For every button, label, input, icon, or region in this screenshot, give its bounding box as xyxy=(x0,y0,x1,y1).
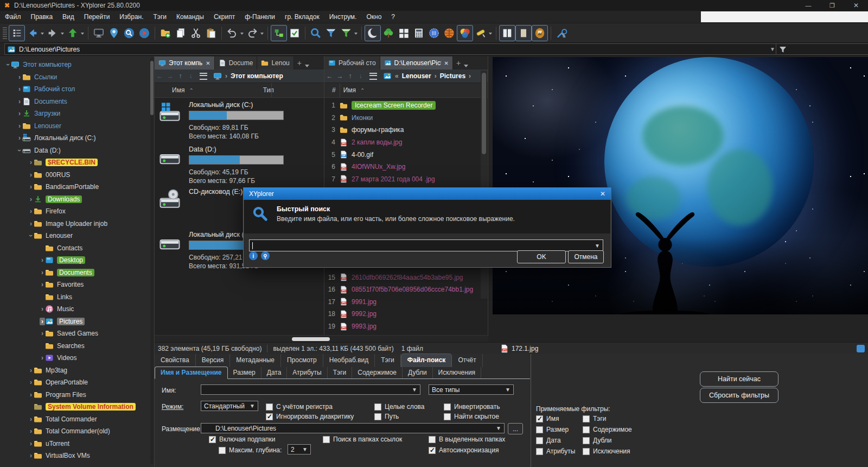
close-button[interactable]: ✕ xyxy=(844,0,868,11)
tree-item-Documents[interactable]: ›Documents xyxy=(0,267,154,279)
search-subtab-Тэги[interactable]: Тэги xyxy=(328,367,353,378)
menu-item-Инструм.[interactable]: Инструм. xyxy=(324,11,362,23)
tab-Lenou[interactable]: Lenou xyxy=(257,56,293,70)
menu-icon[interactable] xyxy=(369,73,377,80)
tree-item-Mp3tag[interactable]: ›Mp3tag xyxy=(0,364,154,377)
reset-filters-button[interactable]: Сбросить фильтры xyxy=(700,388,778,403)
close-tab-icon[interactable]: ✕ xyxy=(444,60,449,66)
file-row-27 марта 2021 года 004 .jpg[interactable]: 7JPG27 марта 2021 года 004 .jpg xyxy=(324,173,480,186)
menu-item-Тэги[interactable]: Тэги xyxy=(149,11,172,23)
dropdown-caret-icon[interactable] xyxy=(240,33,244,36)
close-tab-icon[interactable]: ✕ xyxy=(206,60,210,66)
filter-checkbox-Размер[interactable]: Размер xyxy=(536,426,569,433)
filter-checkbox-Содержимое[interactable]: Содержимое xyxy=(583,426,632,433)
expand-icon[interactable]: › xyxy=(28,415,34,423)
file-row-2 капли воды.jpg[interactable]: 4JPG2 капли воды.jpg xyxy=(324,136,480,149)
panel-tab-Свойства[interactable]: Свойства xyxy=(155,354,196,367)
mode-combo[interactable]: Стандартный▼ xyxy=(201,401,258,411)
dropdown-caret-icon[interactable] xyxy=(61,33,64,36)
toolbar-cut[interactable] xyxy=(188,26,203,41)
chevron-down-icon[interactable]: ▼ xyxy=(595,243,600,249)
checkbox-box[interactable] xyxy=(536,415,543,422)
expand-icon[interactable]: › xyxy=(40,269,45,276)
expand-icon[interactable]: › xyxy=(17,85,22,93)
file-row-9991.jpg[interactable]: 17JPG9991.jpg xyxy=(324,296,480,308)
checkbox-Включая подпапки[interactable]: Включая подпапки xyxy=(209,436,275,443)
toolbar-calculator[interactable] xyxy=(411,26,426,41)
chevron-down-icon[interactable]: ▼ xyxy=(770,46,775,52)
expand-icon[interactable]: › xyxy=(40,318,45,325)
menu-item-Правка[interactable]: Правка xyxy=(26,11,58,23)
file-row-4IOfWNUx_Xw.jpg[interactable]: 6JPG4IOfWNUx_Xw.jpg xyxy=(324,161,480,173)
up-icon[interactable]: ↑ xyxy=(345,72,355,80)
search-subtab-Размер[interactable]: Размер xyxy=(228,367,261,378)
toolbar-select-checkbox[interactable] xyxy=(287,26,302,41)
toolbar-filter-green[interactable] xyxy=(339,26,354,41)
file-row-4-00.gif[interactable]: 5GIF4-00.gif xyxy=(324,148,480,161)
filter-checkbox-Имя[interactable]: Имя xyxy=(536,415,559,422)
expand-icon[interactable]: › xyxy=(28,391,34,399)
tree-item-Favorites[interactable]: ›Favorites xyxy=(0,279,154,291)
menu-item-Перейти[interactable]: Перейти xyxy=(79,11,115,23)
tree-item-uTorrent[interactable]: ›uTorrent xyxy=(0,438,154,450)
toolbar-basketball[interactable] xyxy=(442,26,457,41)
toolbar-preview-pane[interactable] xyxy=(532,25,548,41)
tree-item-Локальный диск (C:)[interactable]: ›Локальный диск (C:) xyxy=(0,132,154,144)
expand-icon[interactable]: › xyxy=(28,195,34,203)
dialog-title-bar[interactable]: XYplorer ✕ xyxy=(244,188,611,200)
column-name[interactable]: Имя xyxy=(343,86,356,94)
tree-item-VirtualBox VMs[interactable]: ›VirtualBox VMs xyxy=(0,450,154,462)
collapse-icon[interactable]: › xyxy=(27,233,35,238)
search-subtab-Исключения[interactable]: Исключения xyxy=(433,367,482,378)
menu-item-Вид[interactable]: Вид xyxy=(58,11,79,23)
checkbox-box[interactable] xyxy=(374,403,381,411)
panel-tab-Просмотр[interactable]: Просмотр xyxy=(281,354,323,367)
toolbar-go-circle[interactable] xyxy=(137,26,152,41)
toolbar-search-circle[interactable] xyxy=(122,26,137,41)
search-mini-icon[interactable]: ⚲ xyxy=(261,251,270,260)
close-icon[interactable]: ✕ xyxy=(600,190,605,198)
breadcrumb-lenouser[interactable]: Lenouser xyxy=(402,72,431,80)
cancel-button[interactable]: Отмена xyxy=(568,250,604,263)
checkbox-Найти скрытое[interactable]: Найти скрытое xyxy=(444,413,499,420)
expand-icon[interactable]: › xyxy=(17,110,22,117)
tree-item-Firefox[interactable]: ›Firefox xyxy=(0,205,154,218)
checkbox-Поиск в папках ссылок[interactable]: Поиск в папках ссылок xyxy=(323,436,402,443)
search-subtab-Дубли[interactable]: Дубли xyxy=(403,367,433,378)
checkbox-В выделенных папках[interactable]: В выделенных папках xyxy=(429,436,505,443)
expand-icon[interactable]: › xyxy=(40,305,45,313)
search-subtab-Атрибуты[interactable]: Атрибуты xyxy=(287,367,327,378)
left-breadcrumb[interactable]: Этот компьютер xyxy=(231,72,283,80)
up-icon[interactable]: ↑ xyxy=(175,72,186,80)
checkbox-Автосинхронизация[interactable]: Автосинхронизация xyxy=(429,446,499,454)
panel-tab-Метаданные[interactable]: Метаданные xyxy=(230,354,281,367)
toolbar-location-pin[interactable] xyxy=(106,26,122,41)
expand-icon[interactable]: › xyxy=(40,281,45,288)
tab-Этот компь[interactable]: Этот компь✕ xyxy=(155,56,215,70)
search-subtab-Содержимое[interactable]: Содержимое xyxy=(352,367,403,378)
toolbar-grip[interactable] xyxy=(3,27,7,39)
forward-icon[interactable]: → xyxy=(165,72,175,80)
checkbox-box[interactable] xyxy=(429,436,436,443)
tree-item-Program Files[interactable]: ›Program Files xyxy=(0,389,154,401)
expand-icon[interactable]: › xyxy=(17,73,22,81)
tree-item-System Volume Information[interactable]: System Volume Information xyxy=(0,401,154,413)
expand-icon[interactable]: › xyxy=(28,207,34,215)
checkbox-box[interactable] xyxy=(536,448,543,455)
checkbox-box[interactable] xyxy=(266,403,273,411)
menu-item-Команды[interactable]: Команды xyxy=(171,11,209,23)
expand-icon[interactable]: › xyxy=(28,171,34,179)
toolbar-tools[interactable] xyxy=(554,26,569,41)
checkbox-box[interactable] xyxy=(323,436,330,443)
toolbar-forward[interactable] xyxy=(45,26,60,41)
toolbar-monitor[interactable] xyxy=(91,26,106,41)
new-tab-button[interactable]: + xyxy=(453,59,464,67)
panel-tab-Файл-поиск[interactable]: Файл-поиск xyxy=(401,354,452,367)
tree-item-$RECYCLE.BIN[interactable]: ›$RECYCLE.BIN xyxy=(0,156,154,169)
search-subtab-Дата[interactable]: Дата xyxy=(261,367,288,378)
column-name[interactable]: Имя xyxy=(172,86,184,94)
filter-checkbox-Дата[interactable]: Дата xyxy=(536,437,561,444)
back-icon[interactable]: ← xyxy=(324,72,335,80)
tree-item-Рабочий стол[interactable]: ›Рабочий стол xyxy=(0,83,154,96)
expand-icon[interactable]: › xyxy=(28,183,34,191)
